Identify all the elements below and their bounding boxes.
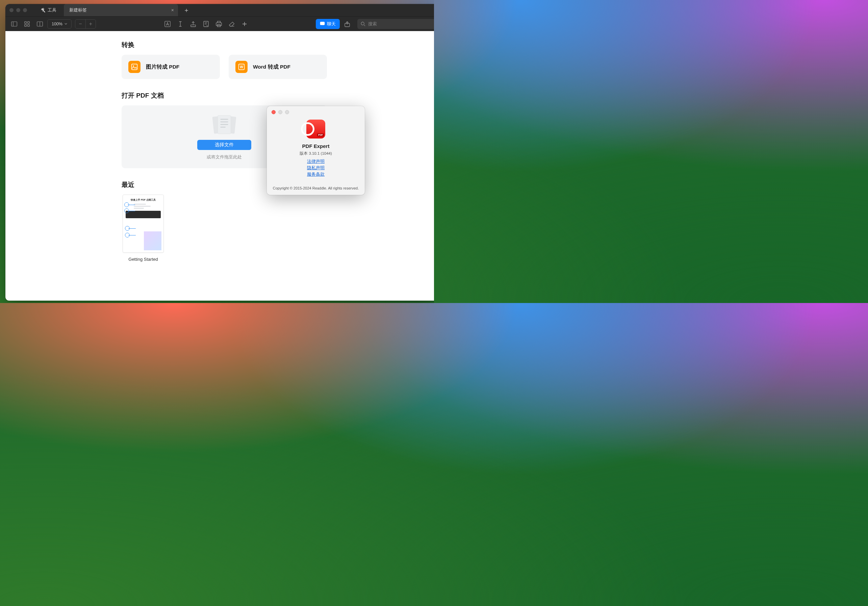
app-icon-badge: PDF <box>317 133 324 136</box>
book-icon <box>37 21 43 27</box>
convert-image-to-pdf-card[interactable]: 图片转成 PDF <box>122 55 220 79</box>
about-copyright: Copyright © 2015-2024 Readdle. All right… <box>273 186 359 190</box>
about-zoom-button[interactable] <box>285 110 289 114</box>
note-icon <box>203 21 209 27</box>
thumb-header: 快速上手 PDF 点睛工具 <box>126 198 161 201</box>
close-window-button[interactable] <box>9 8 14 12</box>
choose-file-button[interactable]: 选择文件 <box>197 140 251 150</box>
sidebar-toggle-button[interactable] <box>9 19 20 29</box>
svg-text:W: W <box>240 65 243 69</box>
share-icon <box>344 21 350 27</box>
svg-rect-15 <box>320 22 325 25</box>
chevron-down-icon <box>65 23 67 25</box>
search-placeholder: 搜索 <box>368 21 377 27</box>
svg-rect-29 <box>220 127 226 128</box>
text-a-icon <box>164 21 170 27</box>
start-page: 转换 图片转成 PDF W Word 转成 PDF 打开 PDF 文档 <box>5 31 434 301</box>
search-icon <box>361 22 366 26</box>
zoom-window-button[interactable] <box>23 8 27 12</box>
svg-rect-4 <box>25 24 27 26</box>
grid-icon <box>24 21 30 27</box>
sidebar-icon <box>11 21 17 27</box>
document-name: Getting Started <box>128 257 158 262</box>
zoom-in-button[interactable]: + <box>85 20 96 28</box>
convert-word-label: Word 转成 PDF <box>253 64 290 71</box>
zoom-stepper: − + <box>75 19 96 29</box>
about-window-controls <box>271 110 289 114</box>
two-page-button[interactable] <box>34 19 45 29</box>
image-icon <box>128 61 141 73</box>
printer-icon <box>216 21 222 27</box>
dropzone-hint: 或将文件拖至此处 <box>207 154 242 160</box>
svg-rect-5 <box>28 24 30 26</box>
terms-link[interactable]: 服务条款 <box>307 172 325 177</box>
tab-close-icon[interactable]: × <box>171 8 174 13</box>
search-input[interactable]: 搜索 <box>357 19 434 29</box>
text-cursor-button[interactable] <box>175 19 186 29</box>
section-convert-heading: 转换 <box>122 40 327 49</box>
ai-chat-label: 聊天 <box>327 21 336 27</box>
privacy-link[interactable]: 隐私声明 <box>307 165 325 171</box>
thumbnails-button[interactable] <box>22 19 33 29</box>
legal-link[interactable]: 法律声明 <box>307 159 325 164</box>
convert-image-label: 图片转成 PDF <box>146 64 179 71</box>
tools-menu-label: 工具 <box>48 7 56 13</box>
svg-point-20 <box>133 65 134 66</box>
svg-rect-28 <box>220 124 228 125</box>
convert-cards: 图片转成 PDF W Word 转成 PDF <box>122 55 327 79</box>
tab-new[interactable]: 新建标签 × <box>64 4 178 16</box>
word-icon: W <box>236 61 248 73</box>
svg-rect-19 <box>132 64 138 70</box>
chat-icon <box>320 21 325 26</box>
print-button[interactable] <box>214 19 224 29</box>
export-button[interactable] <box>188 19 198 29</box>
text-cursor-icon <box>178 21 183 27</box>
upload-icon <box>191 21 196 27</box>
tools-menu[interactable]: 工具 <box>36 4 61 16</box>
ai-chat-button[interactable]: 聊天 <box>316 19 340 29</box>
about-version: 版本 3.10.1 (1044) <box>299 151 332 156</box>
minimize-window-button[interactable] <box>16 8 20 12</box>
app-icon: PDF <box>306 119 325 138</box>
about-dialog: PDF PDF Expert 版本 3.10.1 (1044) 法律声明 隐私声… <box>267 106 365 195</box>
svg-point-17 <box>361 22 364 25</box>
zoom-value: 100% <box>52 22 62 26</box>
plus-icon <box>242 22 247 26</box>
eraser-icon <box>229 21 235 27</box>
zoom-out-button[interactable]: − <box>75 20 85 28</box>
text-tool-button[interactable] <box>162 19 173 29</box>
svg-rect-3 <box>28 21 30 23</box>
add-tool-button[interactable] <box>239 19 250 29</box>
annotate-button[interactable] <box>201 19 211 29</box>
svg-rect-2 <box>25 21 27 23</box>
svg-rect-27 <box>220 121 228 122</box>
svg-rect-11 <box>217 21 220 23</box>
tools-icon <box>40 8 45 12</box>
svg-rect-26 <box>220 119 228 120</box>
pdf-expert-window: 工具 新建标签 × ＋ 100% − + <box>5 4 434 301</box>
svg-line-18 <box>364 25 366 26</box>
section-open-heading: 打开 PDF 文档 <box>122 91 327 100</box>
about-links: 法律声明 隐私声明 服务条款 <box>307 159 325 177</box>
svg-rect-9 <box>191 25 195 26</box>
convert-word-to-pdf-card[interactable]: W Word 转成 PDF <box>229 55 327 79</box>
erase-button[interactable] <box>226 19 237 29</box>
documents-icon <box>211 115 237 136</box>
about-minimize-button[interactable] <box>278 110 282 114</box>
title-bar: 工具 新建标签 × ＋ <box>5 4 434 16</box>
about-close-button[interactable] <box>271 110 276 114</box>
svg-rect-12 <box>216 23 221 25</box>
tab-title: 新建标签 <box>69 7 87 13</box>
toolbar: 100% − + 聊天 <box>5 16 434 31</box>
new-tab-button[interactable]: ＋ <box>178 6 195 14</box>
svg-rect-0 <box>11 22 17 26</box>
about-app-name: PDF Expert <box>302 143 330 149</box>
zoom-selector[interactable]: 100% <box>47 19 71 29</box>
share-button[interactable] <box>342 19 353 29</box>
recent-document-item[interactable]: 快速上手 PDF 点睛工具 <box>122 195 165 262</box>
document-thumbnail: 快速上手 PDF 点睛工具 <box>122 195 164 253</box>
window-controls <box>9 8 27 12</box>
recent-grid: 快速上手 PDF 点睛工具 <box>122 195 327 262</box>
